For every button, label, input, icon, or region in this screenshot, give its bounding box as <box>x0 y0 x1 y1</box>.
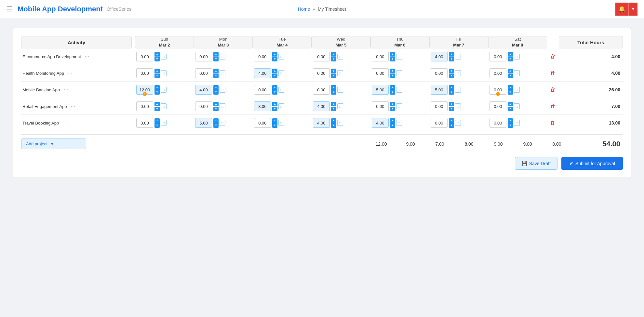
spin-up-button[interactable]: ▲ <box>213 69 219 73</box>
comment-button[interactable]: □ <box>514 54 520 59</box>
spin-up-button[interactable]: ▲ <box>272 52 277 57</box>
comment-button[interactable]: □ <box>278 103 284 109</box>
comment-button[interactable]: □ <box>396 87 402 93</box>
spin-down-button[interactable]: ▼ <box>154 123 160 128</box>
spin-down-button[interactable]: ▼ <box>331 107 336 111</box>
spin-down-button[interactable]: ▼ <box>390 90 395 95</box>
spin-up-button[interactable]: ▲ <box>272 69 277 73</box>
activity-menu-button[interactable]: ··· <box>83 53 91 60</box>
comment-button[interactable]: □ <box>337 103 343 109</box>
spin-down-button[interactable]: ▼ <box>508 90 513 95</box>
comment-button[interactable]: □ <box>161 87 167 93</box>
hour-input[interactable] <box>136 52 153 61</box>
spin-down-button[interactable]: ▼ <box>272 57 277 61</box>
spin-up-button[interactable]: ▲ <box>213 102 219 106</box>
comment-button[interactable]: □ <box>278 87 284 93</box>
spin-up-button[interactable]: ▲ <box>390 85 395 90</box>
spin-up-button[interactable]: ▲ <box>508 85 513 90</box>
spin-up-button[interactable]: ▲ <box>331 52 336 57</box>
spin-up-button[interactable]: ▲ <box>508 102 513 106</box>
hour-input[interactable] <box>136 118 153 128</box>
comment-button[interactable]: □ <box>220 120 225 126</box>
comment-button[interactable]: □ <box>220 87 225 93</box>
submit-approval-button[interactable]: ✔ Submit for Approval <box>561 157 623 170</box>
spin-down-button[interactable]: ▼ <box>154 107 160 111</box>
comment-button[interactable]: □ <box>455 103 461 109</box>
activity-menu-button[interactable]: ··· <box>61 119 69 126</box>
spin-up-button[interactable]: ▲ <box>331 118 336 123</box>
hour-input[interactable] <box>490 68 506 78</box>
spin-up-button[interactable]: ▲ <box>331 69 336 73</box>
delete-row-button[interactable]: 🗑 <box>549 120 557 126</box>
spin-up-button[interactable]: ▲ <box>154 102 160 106</box>
hour-input[interactable] <box>254 85 271 95</box>
hour-input[interactable] <box>313 68 330 78</box>
hour-input[interactable] <box>431 52 448 61</box>
hour-input[interactable] <box>136 101 153 111</box>
comment-button[interactable]: □ <box>278 120 284 126</box>
save-draft-button[interactable]: 💾 Save Draft <box>515 157 557 170</box>
hour-input[interactable] <box>372 52 389 61</box>
spin-up-button[interactable]: ▲ <box>154 69 160 73</box>
spin-down-button[interactable]: ▼ <box>154 90 160 95</box>
spin-down-button[interactable]: ▼ <box>449 90 454 95</box>
spin-down-button[interactable]: ▼ <box>154 73 160 78</box>
comment-button[interactable]: □ <box>220 54 225 59</box>
spin-up-button[interactable]: ▲ <box>390 69 395 73</box>
spin-up-button[interactable]: ▲ <box>272 118 277 123</box>
spin-down-button[interactable]: ▼ <box>331 90 336 95</box>
spin-down-button[interactable]: ▼ <box>390 57 395 61</box>
spin-down-button[interactable]: ▼ <box>508 123 513 128</box>
spin-up-button[interactable]: ▲ <box>449 69 454 73</box>
spin-down-button[interactable]: ▼ <box>213 90 219 95</box>
comment-button[interactable]: □ <box>337 70 343 76</box>
spin-down-button[interactable]: ▼ <box>213 73 219 78</box>
hour-input[interactable] <box>372 68 389 78</box>
spin-down-button[interactable]: ▼ <box>213 107 219 111</box>
comment-button[interactable]: □ <box>278 70 284 76</box>
comment-button[interactable]: □ <box>337 120 343 126</box>
hour-input[interactable] <box>254 101 271 111</box>
delete-row-button[interactable]: 🗑 <box>549 103 557 109</box>
spin-up-button[interactable]: ▲ <box>154 118 160 123</box>
hour-input[interactable] <box>313 118 330 128</box>
comment-button[interactable]: □ <box>396 54 402 59</box>
hour-input[interactable] <box>372 101 389 111</box>
spin-down-button[interactable]: ▼ <box>213 123 219 128</box>
hour-input[interactable] <box>431 101 448 111</box>
spin-up-button[interactable]: ▲ <box>390 52 395 57</box>
hour-input[interactable] <box>431 118 448 128</box>
hour-input[interactable] <box>372 118 389 128</box>
hour-input[interactable] <box>254 68 271 78</box>
spin-up-button[interactable]: ▲ <box>508 69 513 73</box>
hour-input[interactable] <box>195 101 212 111</box>
comment-button[interactable]: □ <box>514 120 520 126</box>
spin-up-button[interactable]: ▲ <box>449 85 454 90</box>
spin-down-button[interactable]: ▼ <box>390 73 395 78</box>
spin-down-button[interactable]: ▼ <box>272 90 277 95</box>
activity-menu-button[interactable]: ··· <box>62 86 70 93</box>
comment-button[interactable]: □ <box>455 70 461 76</box>
spin-up-button[interactable]: ▲ <box>449 102 454 106</box>
spin-down-button[interactable]: ▼ <box>331 123 336 128</box>
hour-input[interactable] <box>490 101 506 111</box>
spin-up-button[interactable]: ▲ <box>154 52 160 57</box>
spin-up-button[interactable]: ▲ <box>213 52 219 57</box>
hour-input[interactable] <box>490 118 506 128</box>
spin-up-button[interactable]: ▲ <box>390 118 395 123</box>
spin-down-button[interactable]: ▼ <box>449 123 454 128</box>
comment-button[interactable]: □ <box>220 70 225 76</box>
hour-input[interactable] <box>313 85 330 95</box>
delete-row-button[interactable]: 🗑 <box>549 70 557 76</box>
comment-button[interactable]: □ <box>455 54 461 59</box>
user-dropdown-button[interactable]: ▼ <box>628 3 637 16</box>
hour-input[interactable] <box>195 118 212 128</box>
spin-up-button[interactable]: ▲ <box>272 85 277 90</box>
spin-down-button[interactable]: ▼ <box>272 123 277 128</box>
comment-button[interactable]: □ <box>161 103 167 109</box>
hour-input[interactable] <box>490 52 506 61</box>
hour-input[interactable] <box>431 85 448 95</box>
hour-input[interactable] <box>313 101 330 111</box>
comment-button[interactable]: □ <box>337 87 343 93</box>
spin-up-button[interactable]: ▲ <box>508 118 513 123</box>
